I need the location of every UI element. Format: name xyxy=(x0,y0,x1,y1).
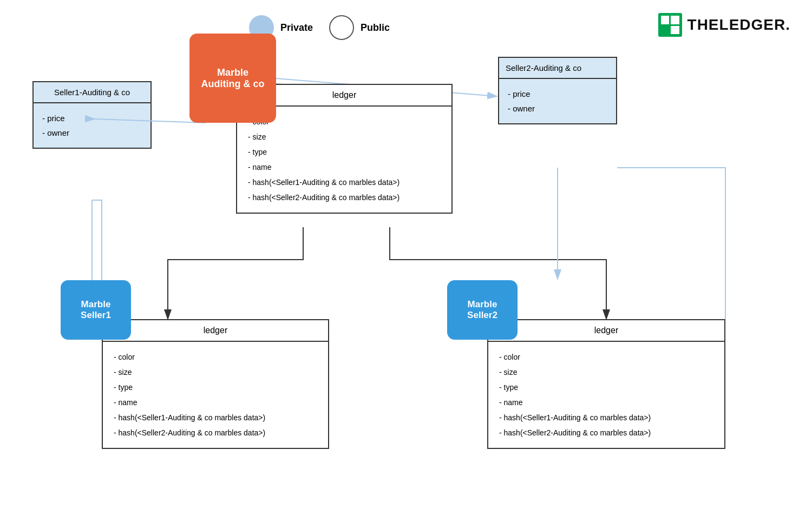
ledger-top-field-2: - size xyxy=(248,129,441,144)
ledger-br-field-4: - name xyxy=(499,395,713,410)
ledger-top-field-6: - hash(<Seller2-Auditing & co marbles da… xyxy=(248,190,441,205)
seller2-auditing-body: - price - owner xyxy=(499,79,616,123)
seller1-field-2: - owner xyxy=(42,125,142,140)
connections-svg xyxy=(0,0,812,529)
ledger-bottom-left-body: - color - size - type - name - hash(<Sel… xyxy=(103,342,328,448)
logo-text: THELEDGER. xyxy=(687,16,790,34)
ledger-br-field-1: - color xyxy=(499,349,713,365)
logo-cell-2 xyxy=(671,16,679,24)
ledger-top-field-1: - color xyxy=(248,114,441,129)
seller2-auditing-box: Seller2-Auditing & co - price - owner xyxy=(498,57,617,124)
logo: THELEDGER. xyxy=(658,13,790,37)
seller2-auditing-header: Seller2-Auditing & co xyxy=(499,58,616,79)
logo-cell-1 xyxy=(661,16,670,24)
marble-seller1-label: MarbleSeller1 xyxy=(81,299,111,321)
ledger-bottom-left-header: ledger xyxy=(103,320,328,342)
ledger-bl-field-6: - hash(<Seller2-Auditing & co marbles da… xyxy=(114,425,317,440)
legend-public-label: Public xyxy=(361,22,390,34)
marble-seller1-node: MarbleSeller1 xyxy=(61,280,131,340)
ledger-bl-field-1: - color xyxy=(114,349,317,365)
marble-seller2-node: MarbleSeller2 xyxy=(447,280,518,340)
ledger-bl-field-4: - name xyxy=(114,395,317,410)
ledger-br-field-6: - hash(<Seller2-Auditing & co marbles da… xyxy=(499,425,713,440)
marble-auditing-label: MarbleAuditing & co xyxy=(201,67,265,90)
marble-seller2-label: MarbleSeller2 xyxy=(467,299,497,321)
seller1-auditing-box: Seller1-Auditing & co - price - owner xyxy=(32,81,152,149)
ledger-br-field-5: - hash(<Seller1-Auditing & co marbles da… xyxy=(499,410,713,425)
seller2-field-1: - price xyxy=(508,87,607,101)
line-top-ledger-to-bottom-left xyxy=(168,227,303,319)
line-bottom-right-to-seller2-auditing xyxy=(617,168,725,319)
ledger-bottom-right-box: ledger - color - size - type - name - ha… xyxy=(487,319,725,449)
public-circle-icon xyxy=(329,15,354,40)
ledger-br-field-2: - size xyxy=(499,365,713,380)
ledger-bl-field-2: - size xyxy=(114,365,317,380)
ledger-bottom-right-body: - color - size - type - name - hash(<Sel… xyxy=(488,342,724,448)
logo-cell-4 xyxy=(671,26,679,35)
seller1-field-1: - price xyxy=(42,111,142,125)
legend-public: Public xyxy=(329,15,390,40)
ledger-top-field-4: - name xyxy=(248,160,441,175)
seller1-auditing-body: - price - owner xyxy=(34,103,150,148)
ledger-bl-field-3: - type xyxy=(114,380,317,395)
ledger-top-field-3: - type xyxy=(248,144,441,160)
ledger-br-field-3: - type xyxy=(499,380,713,395)
logo-icon xyxy=(658,13,682,37)
ledger-bl-field-5: - hash(<Seller1-Auditing & co marbles da… xyxy=(114,410,317,425)
ledger-bottom-right-header: ledger xyxy=(488,320,724,342)
seller1-auditing-header: Seller1-Auditing & co xyxy=(34,82,150,103)
legend-private-label: Private xyxy=(280,22,313,34)
ledger-bottom-left-box: ledger - color - size - type - name - ha… xyxy=(102,319,329,449)
seller2-field-2: - owner xyxy=(508,101,607,116)
marble-auditing-node: MarbleAuditing & co xyxy=(189,34,276,123)
logo-cell-3 xyxy=(661,26,670,35)
ledger-top-field-5: - hash(<Seller1-Auditing & co marbles da… xyxy=(248,175,441,190)
